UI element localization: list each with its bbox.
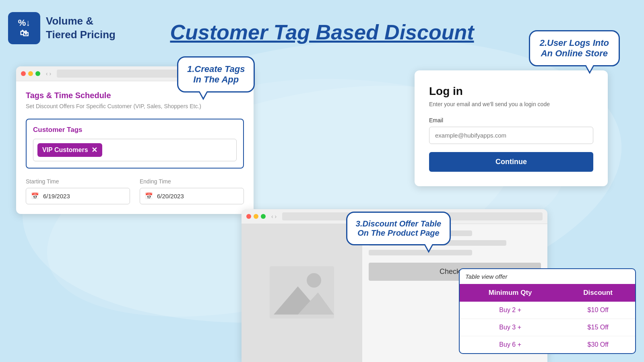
ending-time-input[interactable]: 📅 6/20/2023 bbox=[140, 188, 244, 204]
tag-label: VIP Customers bbox=[42, 146, 88, 154]
page-title: Customer Tag Based Discount bbox=[170, 20, 474, 44]
starting-time-input[interactable]: 📅 6/19/2023 bbox=[26, 188, 130, 204]
minimize-dot bbox=[28, 71, 33, 76]
bubble-step3: 3.Discount Offer Table On The Product Pa… bbox=[346, 212, 451, 245]
product-image-placeholder bbox=[270, 266, 334, 320]
table-row: Buy 3 +$15 Off bbox=[460, 319, 635, 336]
starting-time-label: Starting Time bbox=[26, 178, 130, 185]
col-min-qty: Minimum Qty bbox=[460, 284, 561, 302]
ending-time-label: Ending Time bbox=[140, 178, 244, 185]
table-row: Buy 2 +$10 Off bbox=[460, 302, 635, 319]
logo-icon: %↓🛍 bbox=[18, 18, 31, 39]
calendar-icon-end: 📅 bbox=[145, 192, 153, 200]
login-title: Log in bbox=[429, 85, 593, 98]
logo-box: %↓🛍 bbox=[8, 12, 40, 44]
window-body: Tags & Time Schedule Set Discount Offers… bbox=[16, 81, 254, 214]
table-row: Buy 6 +$30 Off bbox=[460, 336, 635, 354]
table-view-label: Table view offer bbox=[460, 269, 635, 284]
app-name: Volume & Tiered Pricing bbox=[46, 14, 116, 42]
table-cell: Buy 3 + bbox=[460, 319, 561, 336]
svg-point-5 bbox=[307, 273, 321, 288]
ending-time-field: Ending Time 📅 6/20/2023 bbox=[140, 178, 244, 204]
calendar-icon-start: 📅 bbox=[31, 192, 39, 200]
product-desc-line2 bbox=[369, 250, 472, 255]
table-cell: $30 Off bbox=[561, 336, 635, 354]
email-input[interactable] bbox=[429, 127, 593, 144]
col-discount: Discount bbox=[561, 284, 635, 302]
tag-remove-icon[interactable]: ✕ bbox=[91, 146, 97, 154]
app-header: %↓🛍 Volume & Tiered Pricing bbox=[8, 12, 116, 44]
continue-button[interactable]: Continue bbox=[429, 152, 593, 172]
customer-tags-box: Customer Tags VIP Customers ✕ bbox=[26, 119, 244, 169]
tags-input-area[interactable]: VIP Customers ✕ bbox=[33, 139, 237, 161]
discount-table-card: Table view offer Minimum Qty Discount Bu… bbox=[459, 268, 636, 354]
login-subtitle: Enter your email and we'll send you a lo… bbox=[429, 101, 593, 107]
table-cell: $15 Off bbox=[561, 319, 635, 336]
starting-time-field: Starting Time 📅 6/19/2023 bbox=[26, 178, 130, 204]
close-dot bbox=[21, 71, 26, 76]
nav-arrows: ‹ › bbox=[46, 70, 51, 77]
time-row: Starting Time 📅 6/19/2023 Ending Time 📅 … bbox=[26, 178, 244, 204]
customer-tags-label: Customer Tags bbox=[33, 126, 237, 134]
section-desc: Set Discount Offers For Specific Custome… bbox=[26, 103, 244, 111]
table-cell: Buy 6 + bbox=[460, 336, 561, 354]
product-close-dot bbox=[246, 214, 251, 219]
bubble-step2: 2.User Logs Into An Online Store bbox=[529, 30, 620, 66]
ending-time-value: 6/20/2023 bbox=[157, 193, 184, 200]
vip-tag-chip[interactable]: VIP Customers ✕ bbox=[37, 143, 102, 157]
login-window: Log in Enter your email and we'll send y… bbox=[415, 70, 608, 186]
bubble-step1: 1.Create Tags In The App bbox=[177, 56, 255, 93]
expand-dot bbox=[35, 71, 40, 76]
product-minimize-dot bbox=[254, 214, 258, 219]
email-label: Email bbox=[429, 117, 593, 123]
product-expand-dot bbox=[261, 214, 266, 219]
product-image-area bbox=[242, 224, 362, 362]
table-cell: Buy 2 + bbox=[460, 302, 561, 319]
table-cell: $10 Off bbox=[561, 302, 635, 319]
product-nav-arrows: ‹ › bbox=[271, 213, 277, 220]
starting-time-value: 6/19/2023 bbox=[43, 193, 70, 200]
discount-table: Minimum Qty Discount Buy 2 +$10 OffBuy 3… bbox=[460, 284, 635, 353]
